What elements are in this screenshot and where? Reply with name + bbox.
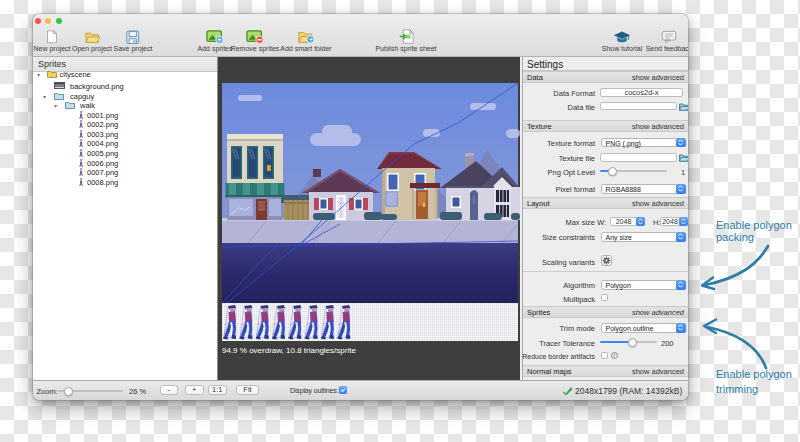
svg-text:94.9 % overdraw, 10.8 triangle: 94.9 % overdraw, 10.8 triangles/sprite [222,346,356,355]
